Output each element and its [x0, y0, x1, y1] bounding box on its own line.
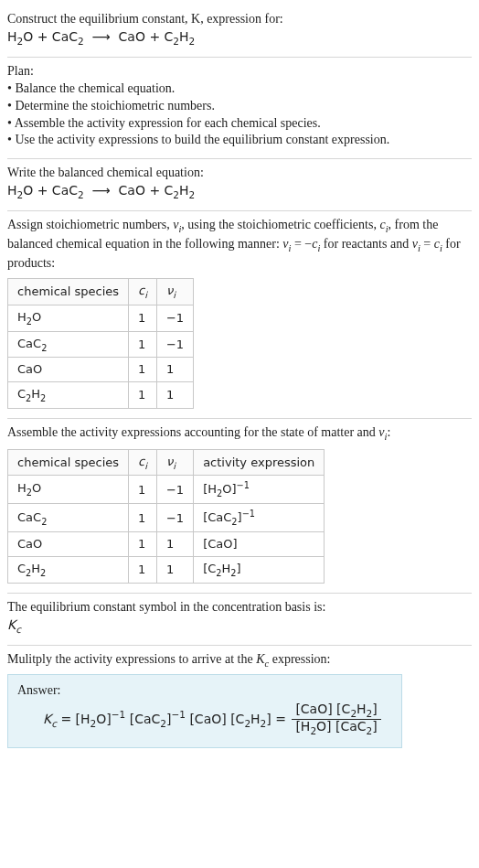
intro-line: Construct the equilibrium constant, K, e…: [7, 11, 472, 28]
intro-equation: H2O + CaC2 ⟶ CaO + C2H2: [7, 28, 472, 48]
stoich-intro: Assign stoichiometric numbers, νi, using…: [7, 217, 472, 273]
answer-fraction: [CaO] [C2H2][H2O] [CaC2]: [292, 702, 380, 736]
table-row: CaO 1 1: [8, 358, 194, 382]
cell-vi: 1: [156, 532, 193, 557]
cell-ci: 1: [129, 476, 157, 504]
answer-expression: Kc = [H2O]−1 [CaC2]−1 [CaO] [C2H2] = [Ca…: [17, 702, 392, 736]
table-row: C2H2 1 1: [8, 381, 194, 408]
table-row: C2H2 1 1 [C2H2]: [8, 556, 325, 583]
cell-species: C2H2: [8, 381, 129, 408]
answer-label: Answer:: [17, 682, 392, 700]
table-row: CaO 1 1 [CaO]: [8, 532, 325, 557]
activity-table: chemical species ci νi activity expressi…: [7, 449, 325, 584]
cell-activity: [H2O]−1: [194, 476, 325, 504]
stoich-section: Assign stoichiometric numbers, νi, using…: [7, 211, 472, 418]
cell-species: CaC2: [8, 331, 129, 358]
col-species: chemical species: [8, 449, 129, 476]
final-section: Mulitply the activity expressions to arr…: [7, 646, 472, 757]
cell-vi: −1: [156, 305, 193, 331]
cell-vi: 1: [156, 358, 193, 382]
col-vi: νi: [156, 279, 193, 305]
plan-bullet-3: • Assemble the activity expression for e…: [7, 115, 472, 133]
stoich-table: chemical species ci νi H2O 1 −1 CaC2 1 −…: [7, 278, 194, 409]
kc-symbol-section: The equilibrium constant symbol in the c…: [7, 594, 472, 646]
cell-ci: 1: [129, 504, 157, 532]
balance-section: Write the balanced chemical equation: H2…: [7, 159, 472, 211]
intro-section: Construct the equilibrium constant, K, e…: [7, 5, 472, 58]
table-row: chemical species ci νi activity expressi…: [8, 449, 325, 476]
cell-ci: 1: [129, 331, 157, 358]
plan-section: Plan: • Balance the chemical equation. •…: [7, 58, 472, 159]
col-activity: activity expression: [194, 449, 325, 476]
cell-activity: [CaC2]−1: [194, 504, 325, 532]
table-row: H2O 1 −1: [8, 305, 194, 331]
table-row: H2O 1 −1 [H2O]−1: [8, 476, 325, 504]
activity-intro: Assemble the activity expressions accoun…: [7, 424, 472, 444]
answer-box: Answer: Kc = [H2O]−1 [CaC2]−1 [CaO] [C2H…: [7, 674, 402, 749]
kc-symbol: Kc: [7, 616, 472, 636]
cell-ci: 1: [129, 556, 157, 583]
cell-ci: 1: [129, 358, 157, 382]
cell-species: H2O: [8, 476, 129, 504]
col-ci: ci: [129, 449, 157, 476]
col-vi: νi: [156, 449, 193, 476]
cell-vi: −1: [156, 331, 193, 358]
cell-species: CaC2: [8, 504, 129, 532]
plan-bullet-1: • Balance the chemical equation.: [7, 80, 472, 98]
answer-left: Kc = [H2O]−1 [CaC2]−1 [CaO] [C2H2] =: [43, 712, 290, 726]
fraction-numerator: [CaO] [C2H2]: [292, 702, 380, 720]
activity-section: Assemble the activity expressions accoun…: [7, 419, 472, 594]
balance-title: Write the balanced chemical equation:: [7, 165, 472, 182]
cell-species: H2O: [8, 305, 129, 331]
cell-ci: 1: [129, 305, 157, 331]
table-row: chemical species ci νi: [8, 279, 194, 305]
plan-bullet-4: • Use the activity expressions to build …: [7, 132, 472, 149]
table-row: CaC2 1 −1 [CaC2]−1: [8, 504, 325, 532]
plan-title: Plan:: [7, 63, 472, 80]
cell-vi: 1: [156, 556, 193, 583]
balance-equation: H2O + CaC2 ⟶ CaO + C2H2: [7, 182, 472, 201]
cell-species: CaO: [8, 358, 129, 382]
cell-activity: [C2H2]: [194, 556, 325, 583]
cell-activity: [CaO]: [194, 532, 325, 557]
cell-species: CaO: [8, 532, 129, 557]
kc-symbol-line: The equilibrium constant symbol in the c…: [7, 599, 472, 616]
col-species: chemical species: [8, 279, 129, 305]
cell-vi: 1: [156, 381, 193, 408]
final-intro: Mulitply the activity expressions to arr…: [7, 651, 472, 670]
cell-species: C2H2: [8, 556, 129, 583]
cell-ci: 1: [129, 381, 157, 408]
cell-vi: −1: [156, 504, 193, 532]
plan-bullet-2: • Determine the stoichiometric numbers.: [7, 98, 472, 115]
col-ci: ci: [129, 279, 157, 305]
cell-ci: 1: [129, 532, 157, 557]
cell-vi: −1: [156, 476, 193, 504]
table-row: CaC2 1 −1: [8, 331, 194, 358]
fraction-denominator: [H2O] [CaC2]: [292, 720, 380, 736]
